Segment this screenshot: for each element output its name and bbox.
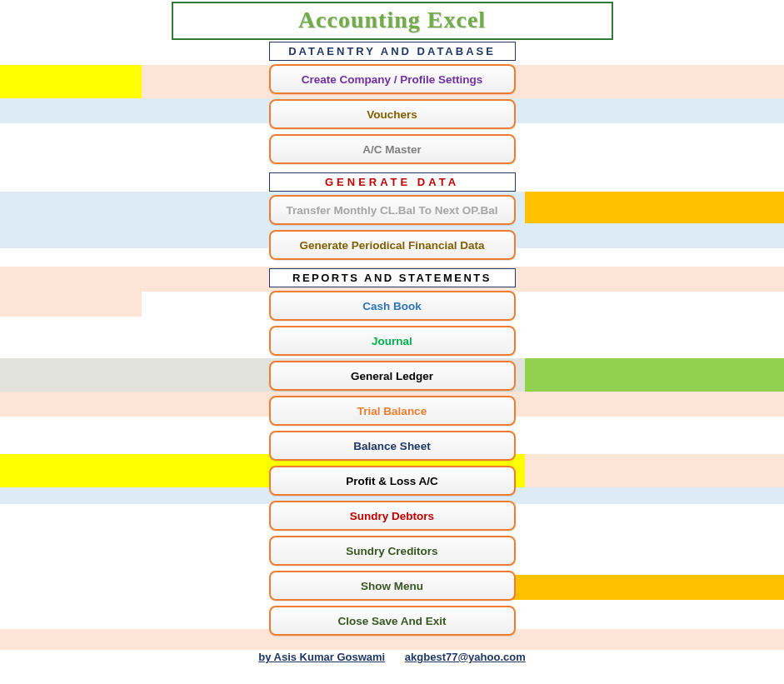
footer: by Asis Kumar Goswami akgbest77@yahoo.co… [0, 651, 784, 663]
dataentry-button-2[interactable]: A/C Master [269, 134, 516, 164]
reports-button-2[interactable]: General Ledger [269, 361, 516, 391]
reports-button-1[interactable]: Journal [269, 326, 516, 356]
dataentry-button-0[interactable]: Create Company / Profile Settings [269, 64, 516, 94]
footer-author-link[interactable]: by Asis Kumar Goswami [258, 651, 385, 663]
generate-button-0[interactable]: Transfer Monthly CL.Bal To Next OP.Bal [269, 195, 516, 225]
reports-button-9[interactable]: Close Save And Exit [269, 606, 516, 636]
dataentry-button-1[interactable]: Vouchers [269, 99, 516, 129]
main-menu: Accounting Excel DATAENTRY AND DATABASE … [0, 0, 784, 641]
generate-button-1[interactable]: Generate Periodical Financial Data [269, 230, 516, 260]
section-header-generate: GENERATE DATA [269, 172, 516, 192]
reports-button-4[interactable]: Balance Sheet [269, 431, 516, 461]
reports-button-3[interactable]: Trial Balance [269, 396, 516, 426]
app-title-box: Accounting Excel [172, 2, 613, 40]
section-header-reports: REPORTS AND STATEMENTS [269, 268, 516, 287]
app-title: Accounting Excel [173, 7, 612, 33]
reports-button-8[interactable]: Show Menu [269, 571, 516, 601]
reports-button-7[interactable]: Sundry Creditors [269, 536, 516, 566]
section-header-dataentry: DATAENTRY AND DATABASE [269, 42, 516, 61]
reports-button-6[interactable]: Sundry Debtors [269, 501, 516, 531]
reports-button-5[interactable]: Profit & Loss A/C [269, 466, 516, 496]
reports-button-0[interactable]: Cash Book [269, 291, 516, 321]
footer-email-link[interactable]: akgbest77@yahoo.com [405, 651, 526, 663]
